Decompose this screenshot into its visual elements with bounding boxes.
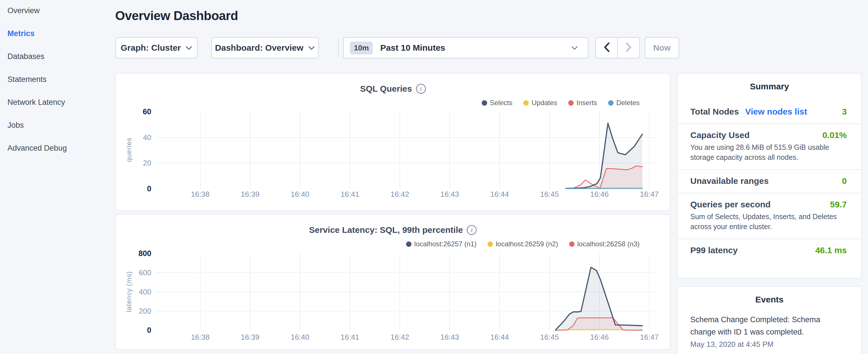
legend-dot-icon <box>523 100 529 106</box>
x-axis-tick: 16:41 <box>333 190 367 198</box>
y-axis-tick: 40 <box>120 133 151 142</box>
x-axis-tick: 16:41 <box>333 333 367 342</box>
x-axis-tick: 16:39 <box>233 190 267 198</box>
plot-area[interactable] <box>155 253 657 331</box>
time-range-selector[interactable]: 10m Past 10 Minutes <box>343 37 588 58</box>
info-icon[interactable]: i <box>416 84 426 94</box>
legend-item-selects[interactable]: Selects <box>482 99 513 107</box>
legend-item-inserts[interactable]: Inserts <box>568 99 597 107</box>
summary-row-unavailable-ranges: Unavailable ranges 0 <box>678 170 861 193</box>
chart-svg <box>155 253 657 331</box>
y-axis-tick: 0 <box>120 185 151 193</box>
y-axis-tick: 600 <box>120 268 151 277</box>
legend-label: Inserts <box>577 99 597 107</box>
sidebar-item-databases[interactable]: Databases <box>0 45 115 68</box>
summary-value: 0.01% <box>823 130 847 140</box>
event-timestamp: May 13, 2020 at 4:45 PM <box>690 340 847 349</box>
legend-item-localhost-26259-n2[interactable]: localhost:26259 (n2) <box>488 240 558 248</box>
legend-label: localhost:26258 (n3) <box>578 240 640 248</box>
plot-area[interactable] <box>155 111 657 190</box>
legend-label: localhost:26259 (n2) <box>496 240 558 248</box>
page-title: Overview Dashboard <box>115 9 238 23</box>
y-axis-tick: 800 <box>120 249 151 258</box>
chevron-down-icon <box>308 45 315 50</box>
legend-dot-icon <box>488 242 493 247</box>
dashboard-dropdown-label: Dashboard: Overview <box>215 43 303 53</box>
summary-value: 46.1 ms <box>815 246 847 255</box>
event-list-item[interactable]: Schema Change Completed: Schema change w… <box>678 311 861 349</box>
events-panel: Events Schema Change Completed: Schema c… <box>677 286 862 354</box>
sidebar-item-overview[interactable]: Overview <box>0 0 115 22</box>
x-axis-tick: 16:47 <box>632 333 666 342</box>
events-title: Events <box>678 287 861 311</box>
legend-label: Updates <box>532 99 557 107</box>
summary-label: P99 latency <box>690 246 738 255</box>
legend-item-updates[interactable]: Updates <box>523 99 557 107</box>
legend-item-localhost-26257-n1[interactable]: localhost:26257 (n1) <box>406 240 476 248</box>
x-axis-tick: 16:47 <box>632 190 666 198</box>
graph-dropdown[interactable]: Graph: Cluster <box>116 37 197 58</box>
y-axis-tick: 60 <box>120 107 151 116</box>
summary-description: You are using 28.6 MiB of 515.9 GiB usab… <box>690 142 847 162</box>
chevron-down-icon <box>571 45 578 50</box>
x-axis-tick: 16:38 <box>183 333 217 342</box>
y-axis-label: queries <box>125 107 133 193</box>
x-axis-tick: 16:40 <box>283 190 317 198</box>
legend-label: Selects <box>490 99 513 107</box>
sql-queries-chart-card: SQL Queries i SelectsUpdatesInsertsDelet… <box>115 73 671 211</box>
view-nodes-list-link[interactable]: View nodes list <box>745 107 807 117</box>
summary-value: 59.7 <box>830 200 847 210</box>
now-button[interactable]: Now <box>645 37 679 58</box>
legend-dot-icon <box>569 242 575 247</box>
time-range-label: Past 10 Minutes <box>380 43 445 53</box>
sidebar-item-statements[interactable]: Statements <box>0 68 115 91</box>
info-icon[interactable]: i <box>467 225 476 235</box>
next-time-button[interactable] <box>618 38 639 58</box>
controls-divider <box>338 39 339 57</box>
chart-title: SQL Queries <box>360 84 412 94</box>
legend-item-deletes[interactable]: Deletes <box>608 99 640 107</box>
sidebar-item-metrics[interactable]: Metrics <box>0 22 115 45</box>
now-button-label: Now <box>653 43 671 53</box>
x-axis-tick: 16:40 <box>283 333 317 342</box>
summary-value: 3 <box>842 107 847 117</box>
summary-row-total-nodes: Total Nodes View nodes list 3 <box>678 100 861 124</box>
summary-panel: Summary Total Nodes View nodes list 3 Ca… <box>677 73 862 279</box>
x-axis-tick: 16:39 <box>233 333 267 342</box>
summary-row-p99-latency: P99 latency 46.1 ms <box>678 239 861 262</box>
chart-legend: SelectsUpdatesInsertsDeletes <box>482 99 640 107</box>
x-axis-tick: 16:44 <box>482 333 517 342</box>
summary-description: Sum of Selects, Updates, Inserts, and De… <box>690 212 847 232</box>
event-text: Schema Change Completed: Schema change w… <box>690 314 847 338</box>
summary-label: Unavailable ranges <box>690 176 769 186</box>
summary-title: Summary <box>678 74 861 100</box>
summary-row-capacity-used: Capacity Used 0.01% You are using 28.6 M… <box>678 124 861 170</box>
y-axis-tick: 200 <box>120 307 151 315</box>
x-axis-tick: 16:43 <box>432 190 467 198</box>
chart-title: Service Latency: SQL, 99th percentile <box>309 225 463 235</box>
graph-dropdown-label: Graph: Cluster <box>121 43 181 53</box>
legend-dot-icon <box>568 100 574 106</box>
x-axis-tick: 16:46 <box>582 333 617 342</box>
x-axis-tick: 16:45 <box>532 190 567 198</box>
legend-item-localhost-26258-n3[interactable]: localhost:26258 (n3) <box>569 240 640 248</box>
chart-svg <box>155 111 657 190</box>
previous-time-button[interactable] <box>596 38 618 58</box>
x-axis-tick: 16:38 <box>183 190 217 198</box>
summary-label: Queries per second <box>690 200 771 210</box>
sidebar-item-advanced-debug[interactable]: Advanced Debug <box>0 137 115 160</box>
x-axis-tick: 16:42 <box>382 333 417 342</box>
x-axis-tick: 16:43 <box>432 333 467 342</box>
service-latency-chart-card: Service Latency: SQL, 99th percentile i … <box>115 214 671 350</box>
y-axis-tick: 400 <box>120 288 151 296</box>
summary-label: Total Nodes <box>690 107 739 117</box>
legend-dot-icon <box>406 242 411 247</box>
chevron-left-icon <box>602 41 611 54</box>
sidebar-item-jobs[interactable]: Jobs <box>0 114 115 137</box>
chevron-down-icon <box>185 45 192 50</box>
summary-row-queries-per-second: Queries per second 59.7 Sum of Selects, … <box>678 193 861 239</box>
legend-dot-icon <box>482 100 487 106</box>
x-axis-tick: 16:44 <box>482 190 517 198</box>
dashboard-dropdown[interactable]: Dashboard: Overview <box>211 37 319 58</box>
sidebar-item-network-latency[interactable]: Network Latency <box>0 91 115 114</box>
